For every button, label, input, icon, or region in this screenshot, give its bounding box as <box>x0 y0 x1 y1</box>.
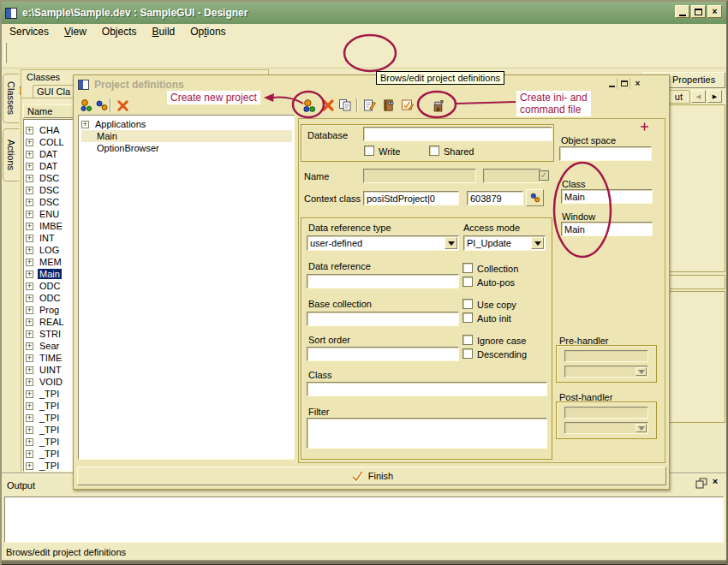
tab-scroll-left-icon[interactable]: ◀ <box>691 90 706 103</box>
tab-scroll-right-icon[interactable]: ▶ <box>707 90 722 103</box>
class-tree-item[interactable]: +Main <box>26 268 62 280</box>
context-class-input[interactable]: posiStdProject|0 <box>363 191 459 205</box>
expand-icon[interactable]: + <box>26 282 33 290</box>
sort-order-input[interactable] <box>307 347 459 361</box>
expand-icon[interactable]: + <box>26 294 33 302</box>
expand-icon[interactable]: + <box>26 163 33 170</box>
float-panel-icon[interactable] <box>695 478 707 489</box>
class-tree-item[interactable]: +VOID <box>26 376 64 388</box>
class-tree-item[interactable]: +ENU <box>26 208 61 220</box>
menu-services[interactable]: Services <box>2 25 57 39</box>
edit-document-icon[interactable] <box>361 98 377 113</box>
project-tree-item[interactable]: OptionBrowser <box>81 142 292 154</box>
expand-icon[interactable]: + <box>26 271 33 278</box>
class-tree-item[interactable]: +_TPI <box>26 412 61 424</box>
expand-icon[interactable]: + <box>26 462 33 470</box>
menu-build[interactable]: Build <box>145 25 183 39</box>
class-tree-item[interactable]: +LOG <box>26 244 61 256</box>
class-tree-item[interactable]: +ODC <box>26 292 62 304</box>
close-button[interactable]: × <box>707 5 722 18</box>
collection-checkbox[interactable] <box>462 263 473 273</box>
tab-actions[interactable]: Actions <box>3 128 20 181</box>
class-tree-item[interactable]: +_TPI <box>26 400 61 412</box>
context-class-browse-button[interactable] <box>526 189 544 206</box>
dropdown-arrow-icon[interactable] <box>531 237 544 249</box>
expand-icon[interactable]: + <box>26 199 33 206</box>
new-item-icon[interactable] <box>79 98 94 113</box>
expand-icon[interactable]: + <box>26 438 33 446</box>
expand-icon[interactable]: + <box>26 354 33 362</box>
auto-init-checkbox[interactable] <box>462 312 473 323</box>
expand-icon[interactable]: + <box>26 175 33 182</box>
class-tree-item[interactable]: +DAT <box>26 148 59 160</box>
expand-icon[interactable]: + <box>26 151 33 158</box>
dialog-maximize-button[interactable] <box>619 78 630 89</box>
tab-classes[interactable]: Classes <box>3 74 20 123</box>
data-reference-input[interactable] <box>307 274 459 288</box>
class-tree-item[interactable]: +MEM <box>26 256 63 268</box>
class-tree-item[interactable]: +COLL <box>26 136 66 148</box>
expand-icon[interactable]: + <box>26 306 33 314</box>
context-class-number-input[interactable]: 603879 <box>467 191 523 205</box>
close-panel-icon[interactable]: × <box>709 476 721 488</box>
dialog-minimize-button[interactable] <box>606 78 618 89</box>
dialog-close-button[interactable]: × <box>632 78 643 89</box>
class-tree-item[interactable]: +TIME <box>26 352 63 364</box>
copy-project-icon[interactable] <box>337 98 353 113</box>
maximize-button[interactable] <box>691 5 706 18</box>
ignore-case-checkbox[interactable] <box>462 335 473 345</box>
expand-icon[interactable]: + <box>26 127 33 134</box>
expand-icon[interactable]: + <box>26 223 33 230</box>
class-tree-item[interactable]: +UINT <box>26 364 63 376</box>
class-tree-item[interactable]: +CHA <box>26 124 61 136</box>
class-tree-item[interactable]: +DSC <box>26 184 61 196</box>
expand-icon[interactable]: + <box>26 414 33 422</box>
class-tree-item[interactable]: +ODC <box>26 280 62 292</box>
expand-icon[interactable]: + <box>26 342 33 350</box>
dropdown-arrow-icon[interactable] <box>445 237 457 249</box>
class-tree-item[interactable]: +INT <box>26 232 57 244</box>
create-ini-command-icon[interactable] <box>430 98 445 113</box>
database-input[interactable] <box>363 127 552 141</box>
class-tree-item[interactable]: +_TPI <box>26 388 61 400</box>
delete-project-icon[interactable] <box>320 98 336 113</box>
output-tab[interactable]: Output <box>7 480 35 491</box>
class-tree-item[interactable]: +IMBE <box>26 220 64 232</box>
new-project-icon[interactable] <box>301 98 317 113</box>
filter-input[interactable] <box>307 418 547 449</box>
menu-objects[interactable]: Objects <box>94 25 145 39</box>
expand-icon[interactable]: + <box>26 247 33 254</box>
descending-checkbox[interactable] <box>462 348 473 359</box>
window-field-input[interactable]: Main <box>561 222 653 236</box>
expand-icon[interactable]: + <box>26 187 33 194</box>
expand-icon[interactable]: + <box>26 450 33 458</box>
expand-icon[interactable]: + <box>26 259 33 266</box>
menu-view[interactable]: View <box>57 25 94 39</box>
expand-icon[interactable]: + <box>81 121 89 128</box>
class-tree-item[interactable]: +Sear <box>26 340 61 352</box>
class-tree-item[interactable]: +REAL <box>26 316 66 328</box>
link-item-icon[interactable] <box>94 98 110 113</box>
expand-icon[interactable]: + <box>26 139 33 146</box>
delete-item-icon[interactable] <box>115 98 130 113</box>
shared-checkbox[interactable] <box>429 146 439 156</box>
class-tree-item[interactable]: +DAT <box>26 160 59 172</box>
menu-options[interactable]: Options <box>182 25 233 39</box>
class-input[interactable] <box>307 382 547 396</box>
auto-pos-checkbox[interactable] <box>462 277 473 287</box>
object-space-input[interactable] <box>559 146 652 161</box>
project-tree-item[interactable]: +Applications <box>81 118 292 130</box>
expand-icon[interactable]: + <box>26 330 33 338</box>
write-checkbox[interactable] <box>364 146 374 156</box>
expand-icon[interactable]: + <box>26 402 33 410</box>
expand-icon[interactable]: + <box>26 390 33 398</box>
expand-icon[interactable]: + <box>26 426 33 434</box>
finish-button[interactable]: Finish <box>77 467 666 485</box>
access-mode-select[interactable]: PI_Update <box>463 235 546 251</box>
class-tree-item[interactable]: +Prog <box>26 304 61 316</box>
class-tree-item[interactable]: +DSC <box>26 196 61 208</box>
class-tree-item[interactable]: +DSC <box>26 172 61 184</box>
toolbar-handle[interactable] <box>4 43 7 63</box>
minimize-button[interactable] <box>675 5 689 18</box>
base-collection-input[interactable] <box>307 312 459 326</box>
